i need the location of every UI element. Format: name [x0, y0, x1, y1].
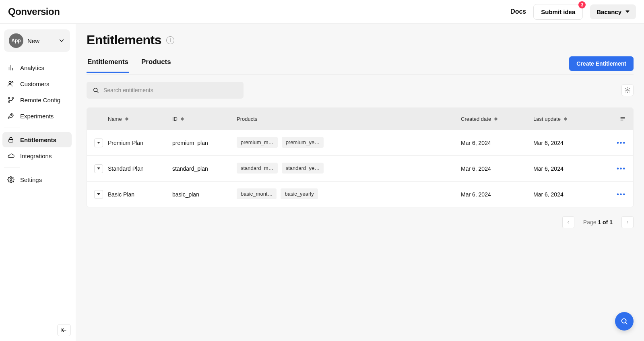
- sort-icon: [125, 117, 128, 121]
- cloud-icon: [7, 152, 14, 159]
- submit-idea-button[interactable]: Submit idea 3: [533, 4, 583, 20]
- row-actions-button[interactable]: •••: [617, 165, 626, 172]
- column-picker-button[interactable]: [606, 116, 626, 122]
- tab-entitlements[interactable]: Entitlements: [87, 58, 129, 73]
- cell-products: premium_m…premium_ye…: [237, 137, 461, 149]
- app-name: New: [27, 37, 39, 44]
- divider: [4, 167, 20, 168]
- col-header-id[interactable]: ID: [172, 116, 237, 122]
- table-settings-button[interactable]: [621, 84, 634, 96]
- create-entitlement-button[interactable]: Create Entitlement: [569, 56, 634, 71]
- search-box[interactable]: [87, 82, 244, 99]
- rocket-icon: [7, 112, 14, 120]
- product-chip: premium_ye…: [282, 137, 324, 148]
- product-chip: standard_ye…: [282, 163, 324, 174]
- col-header-created[interactable]: Created date: [461, 116, 533, 122]
- cell-name: Standard Plan: [108, 165, 172, 172]
- expand-row-button[interactable]: [94, 190, 103, 199]
- svg-point-15: [627, 89, 628, 91]
- row-actions-button[interactable]: •••: [617, 139, 626, 147]
- sort-icon: [564, 117, 567, 121]
- table-row[interactable]: Basic Plan basic_plan basic_mont…basic_y…: [87, 181, 633, 207]
- search-input[interactable]: [103, 87, 238, 93]
- cell-id: basic_plan: [172, 191, 237, 198]
- svg-point-3: [9, 81, 11, 83]
- cell-id: premium_plan: [172, 140, 237, 146]
- app-badge: App: [9, 33, 23, 48]
- cell-name: Premium Plan: [108, 140, 172, 146]
- sidebar-item-remote-config[interactable]: Remote Config: [2, 92, 72, 107]
- branch-icon: [7, 96, 14, 103]
- expand-row-button[interactable]: [94, 138, 103, 147]
- table-row[interactable]: Standard Plan standard_plan standard_m…s…: [87, 155, 633, 181]
- sort-icon: [181, 117, 184, 121]
- sidebar-item-entitlements[interactable]: Entitlements: [2, 132, 72, 147]
- sidebar-item-analytics[interactable]: Analytics: [2, 60, 72, 75]
- divider: [4, 128, 20, 128]
- search-icon: [92, 87, 99, 94]
- chevron-down-icon: [97, 142, 100, 144]
- sidebar-item-label: Analytics: [20, 64, 44, 71]
- info-icon[interactable]: i: [166, 36, 174, 44]
- chevron-down-icon: [97, 193, 100, 195]
- col-header-products: Products: [237, 116, 461, 122]
- svg-point-4: [12, 81, 13, 83]
- account-menu[interactable]: Bacancy: [590, 4, 636, 19]
- cell-name: Basic Plan: [108, 191, 172, 198]
- sidebar-item-integrations[interactable]: Integrations: [2, 148, 72, 163]
- main-content: Entitlements i Entitlements Products Cre…: [76, 24, 644, 341]
- docs-link[interactable]: Docs: [510, 8, 526, 15]
- expand-row-button[interactable]: [94, 164, 103, 173]
- bar-chart-icon: [7, 64, 14, 71]
- product-chip: standard_m…: [237, 163, 278, 174]
- sidebar-item-label: Settings: [20, 176, 42, 183]
- row-actions-button[interactable]: •••: [617, 191, 626, 198]
- gear-icon: [7, 176, 14, 183]
- svg-line-20: [625, 322, 627, 324]
- svg-rect-9: [9, 139, 13, 142]
- app-picker[interactable]: App New: [4, 29, 70, 52]
- table-row[interactable]: Premium Plan premium_plan premium_m…prem…: [87, 130, 633, 155]
- sidebar-item-label: Integrations: [20, 153, 52, 159]
- account-name: Bacancy: [597, 8, 621, 15]
- cell-updated: Mar 6, 2024: [533, 165, 606, 172]
- cell-id: standard_plan: [172, 165, 237, 172]
- page-title: Entitlements: [87, 33, 161, 48]
- sidebar-item-label: Entitlements: [20, 136, 56, 143]
- cell-created: Mar 6, 2024: [461, 140, 533, 146]
- sidebar-item-customers[interactable]: Customers: [2, 76, 72, 91]
- svg-point-19: [622, 319, 626, 323]
- pagination: Page 1 of 1: [87, 216, 634, 228]
- users-icon: [7, 80, 14, 87]
- col-header-updated[interactable]: Last update: [533, 116, 606, 122]
- page-indicator: Page 1 of 1: [583, 219, 613, 225]
- submit-idea-label: Submit idea: [541, 8, 575, 15]
- col-header-name[interactable]: Name: [108, 116, 172, 122]
- cell-created: Mar 6, 2024: [461, 191, 533, 198]
- svg-point-7: [12, 97, 14, 99]
- brand-logo: Qonversion: [8, 6, 60, 17]
- cell-products: standard_m…standard_ye…: [237, 163, 461, 175]
- product-chip: basic_mont…: [237, 188, 277, 199]
- sort-icon: [494, 117, 497, 121]
- help-button[interactable]: [615, 312, 634, 331]
- chevron-down-icon: [97, 167, 100, 169]
- sidebar: App New Analytics Customers Remote Confi: [0, 24, 76, 341]
- sidebar-item-settings[interactable]: Settings: [2, 172, 72, 187]
- svg-point-8: [11, 115, 12, 116]
- collapse-sidebar-button[interactable]: [57, 324, 71, 336]
- chevron-down-icon: [625, 10, 630, 13]
- cell-updated: Mar 6, 2024: [533, 140, 606, 146]
- table-header: Name ID Products Created date: [87, 108, 633, 130]
- prev-page-button[interactable]: [562, 216, 574, 228]
- cell-created: Mar 6, 2024: [461, 165, 533, 172]
- next-page-button[interactable]: [621, 216, 634, 228]
- product-chip: basic_yearly: [281, 188, 318, 199]
- sidebar-item-label: Experiments: [20, 113, 54, 120]
- sidebar-item-experiments[interactable]: Experiments: [2, 108, 72, 124]
- sidebar-item-label: Remote Config: [20, 97, 60, 103]
- svg-line-14: [97, 91, 98, 93]
- sidebar-item-label: Customers: [20, 81, 50, 87]
- tab-products[interactable]: Products: [140, 58, 172, 73]
- svg-point-10: [10, 179, 12, 181]
